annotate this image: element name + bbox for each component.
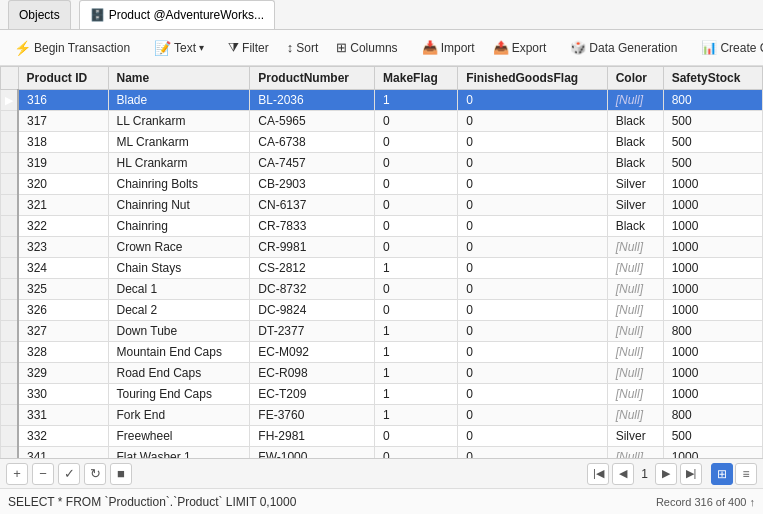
name-cell: Decal 1 — [108, 279, 250, 300]
next-page-button[interactable]: ▶ — [655, 463, 677, 485]
columns-icon: ⊞ — [336, 40, 347, 55]
tab-product-db[interactable]: 🗄️ Product @AdventureWorks... — [79, 0, 275, 29]
table-row[interactable]: 322ChainringCR-783300Black1000 — [1, 216, 763, 237]
table-row[interactable]: 319HL CrankarmCA-745700Black500 — [1, 153, 763, 174]
product-id-cell: 326 — [18, 300, 108, 321]
table-row[interactable]: ▶316BladeBL-203610[Null]800 — [1, 90, 763, 111]
product-number-cell: CR-9981 — [250, 237, 375, 258]
color-cell: Silver — [607, 426, 663, 447]
table-header-row: Product ID Name ProductNumber MakeFlag F… — [1, 67, 763, 90]
color-cell: [Null] — [607, 90, 663, 111]
table-row[interactable]: 328Mountain End CapsEC-M09210[Null]1000 — [1, 342, 763, 363]
prev-page-button[interactable]: ◀ — [612, 463, 634, 485]
last-page-button[interactable]: ▶| — [680, 463, 702, 485]
product-number-cell: DC-9824 — [250, 300, 375, 321]
make-flag-cell: 0 — [375, 174, 458, 195]
tab-objects[interactable]: Objects — [8, 0, 71, 29]
add-row-button[interactable]: + — [6, 463, 28, 485]
table-row[interactable]: 323Crown RaceCR-998100[Null]1000 — [1, 237, 763, 258]
safety-stock-cell: 500 — [663, 132, 762, 153]
table-row[interactable]: 329Road End CapsEC-R09810[Null]1000 — [1, 363, 763, 384]
finished-goods-flag-cell: 0 — [458, 447, 607, 459]
make-flag-cell: 1 — [375, 363, 458, 384]
make-flag-cell: 0 — [375, 279, 458, 300]
name-cell: Fork End — [108, 405, 250, 426]
import-button[interactable]: 📥 Import — [414, 36, 483, 59]
table-row[interactable]: 326Decal 2DC-982400[Null]1000 — [1, 300, 763, 321]
name-cell: LL Crankarm — [108, 111, 250, 132]
refresh-icon: ↻ — [90, 466, 101, 481]
color-cell: Silver — [607, 195, 663, 216]
name-cell: Flat Washer 1 — [108, 447, 250, 459]
begin-transaction-button[interactable]: ⚡ Begin Transaction — [6, 36, 138, 60]
begin-transaction-label: Begin Transaction — [34, 41, 130, 55]
sort-label: Sort — [296, 41, 318, 55]
apply-button[interactable]: ✓ — [58, 463, 80, 485]
safety-stock-cell: 1000 — [663, 342, 762, 363]
grid-view-button[interactable]: ⊞ — [711, 463, 733, 485]
table-row[interactable]: 341Flat Washer 1FW-100000[Null]1000 — [1, 447, 763, 459]
sort-button[interactable]: ↕ Sort — [279, 36, 327, 59]
row-indicator-cell — [1, 300, 19, 321]
make-flag-cell: 1 — [375, 321, 458, 342]
product-id-cell: 328 — [18, 342, 108, 363]
data-generation-label: Data Generation — [589, 41, 677, 55]
make-flag-cell: 0 — [375, 153, 458, 174]
col-header-product-number[interactable]: ProductNumber — [250, 67, 375, 90]
product-number-cell: CA-5965 — [250, 111, 375, 132]
product-number-cell: FW-1000 — [250, 447, 375, 459]
table-row[interactable]: 327Down TubeDT-237710[Null]800 — [1, 321, 763, 342]
row-indicator-cell — [1, 132, 19, 153]
first-page-button[interactable]: |◀ — [587, 463, 609, 485]
page-number: 1 — [641, 467, 648, 481]
product-number-cell: FH-2981 — [250, 426, 375, 447]
color-cell: [Null] — [607, 237, 663, 258]
safety-stock-cell: 1000 — [663, 363, 762, 384]
col-header-safety-stock[interactable]: SafetyStock — [663, 67, 762, 90]
refresh-button[interactable]: ↻ — [84, 463, 106, 485]
row-indicator-cell — [1, 426, 19, 447]
safety-stock-cell: 1000 — [663, 258, 762, 279]
col-header-finished-goods-flag[interactable]: FinishedGoodsFlag — [458, 67, 607, 90]
finished-goods-flag-cell: 0 — [458, 237, 607, 258]
col-header-make-flag[interactable]: MakeFlag — [375, 67, 458, 90]
color-cell: [Null] — [607, 447, 663, 459]
text-button[interactable]: 📝 Text ▾ — [146, 36, 212, 60]
table-row[interactable]: 320Chainring BoltsCB-290300Silver1000 — [1, 174, 763, 195]
filter-button[interactable]: ⧩ Filter — [220, 36, 277, 60]
columns-button[interactable]: ⊞ Columns — [328, 36, 405, 59]
row-indicator-cell — [1, 174, 19, 195]
col-header-color[interactable]: Color — [607, 67, 663, 90]
name-cell: Freewheel — [108, 426, 250, 447]
product-id-cell: 325 — [18, 279, 108, 300]
data-generation-button[interactable]: 🎲 Data Generation — [562, 36, 685, 59]
col-header-product-id[interactable]: Product ID — [18, 67, 108, 90]
data-table: Product ID Name ProductNumber MakeFlag F… — [0, 66, 763, 458]
row-indicator-cell — [1, 258, 19, 279]
table-row[interactable]: 318ML CrankarmCA-673800Black500 — [1, 132, 763, 153]
row-indicator-cell: ▶ — [1, 90, 19, 111]
stop-button[interactable]: ■ — [110, 463, 132, 485]
table-row[interactable]: 330Touring End CapsEC-T20910[Null]1000 — [1, 384, 763, 405]
col-header-name[interactable]: Name — [108, 67, 250, 90]
export-button[interactable]: 📤 Export — [485, 36, 555, 59]
create-chart-button[interactable]: 📊 Create Cha... — [693, 36, 763, 59]
safety-stock-cell: 1000 — [663, 447, 762, 459]
finished-goods-flag-cell: 0 — [458, 90, 607, 111]
table-row[interactable]: 325Decal 1DC-873200[Null]1000 — [1, 279, 763, 300]
name-cell: Down Tube — [108, 321, 250, 342]
safety-stock-cell: 500 — [663, 153, 762, 174]
table-row[interactable]: 331Fork EndFE-376010[Null]800 — [1, 405, 763, 426]
color-cell: [Null] — [607, 300, 663, 321]
make-flag-cell: 0 — [375, 300, 458, 321]
table-row[interactable]: 324Chain StaysCS-281210[Null]1000 — [1, 258, 763, 279]
table-row[interactable]: 332FreewheelFH-298100Silver500 — [1, 426, 763, 447]
remove-row-button[interactable]: − — [32, 463, 54, 485]
table-row[interactable]: 321Chainring NutCN-613700Silver1000 — [1, 195, 763, 216]
table-row[interactable]: 317LL CrankarmCA-596500Black500 — [1, 111, 763, 132]
export-icon: 📤 — [493, 40, 509, 55]
text-view-button[interactable]: ≡ — [735, 463, 757, 485]
row-indicator-cell — [1, 216, 19, 237]
filter-label: Filter — [242, 41, 269, 55]
finished-goods-flag-cell: 0 — [458, 300, 607, 321]
